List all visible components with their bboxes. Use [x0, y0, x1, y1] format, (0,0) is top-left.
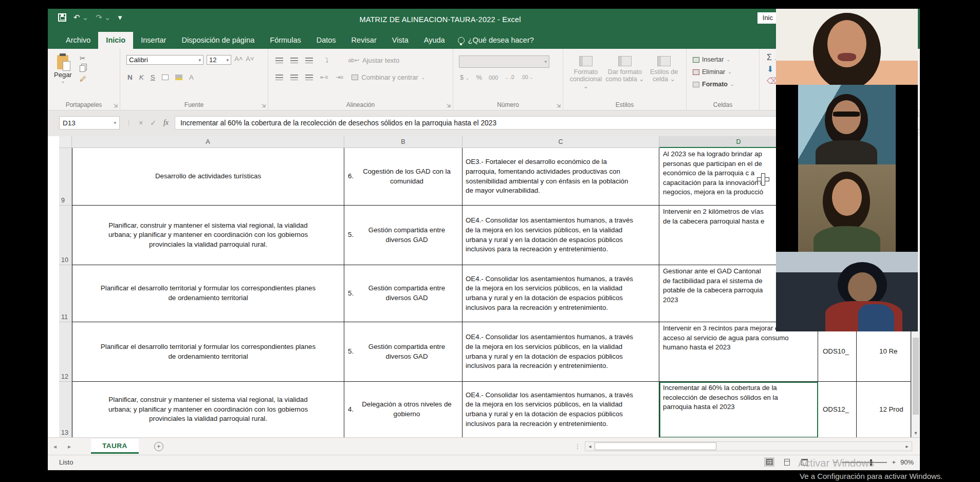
menu-tab-vista[interactable]: Vista — [384, 32, 416, 49]
cell-B13[interactable]: Delegación a otros niveles de gobierno4. — [344, 382, 463, 438]
percent-format-icon[interactable]: % — [476, 73, 482, 81]
cell-A9[interactable]: Desarrollo de actividades turísticas — [72, 148, 344, 206]
cell-C11[interactable]: OE4.- Consolidar los asentamientos human… — [463, 265, 659, 322]
sign-in-button[interactable]: Inic — [757, 12, 777, 24]
alignment-dialog-launcher[interactable]: ⇲ — [447, 103, 451, 108]
grow-font-icon[interactable]: A˄ — [234, 55, 243, 65]
cut-icon[interactable]: ✂ — [80, 54, 86, 63]
cancel-icon[interactable]: × — [139, 119, 143, 127]
vertical-scroll-thumb[interactable] — [913, 338, 919, 415]
column-header-A[interactable]: A — [72, 136, 344, 148]
copy-icon[interactable] — [80, 65, 85, 72]
cell-B12[interactable]: Gestión compartida entre diversos GAD5. — [344, 322, 463, 382]
format-as-table-button[interactable]: Dar formato como tabla ⌄ — [605, 56, 644, 90]
menu-tab-revisar[interactable]: Revisar — [344, 32, 384, 49]
normal-view-button[interactable] — [764, 457, 774, 467]
insert-function-icon[interactable]: fx — [163, 119, 169, 127]
decrease-indent-icon[interactable]: ⇤≡ — [320, 74, 328, 81]
align-top-icon[interactable] — [275, 58, 283, 63]
row-header-12[interactable]: 12 — [59, 322, 72, 382]
row-header-10[interactable]: 10 — [59, 206, 72, 265]
menu-tab-f-rmulas[interactable]: Fórmulas — [262, 32, 308, 49]
webcam-participant-3[interactable] — [776, 164, 918, 252]
tell-me-box[interactable]: ¿Qué desea hacer? — [453, 32, 539, 49]
cell-E13[interactable]: ODS12_ — [818, 382, 857, 438]
cell-A11[interactable]: Planificar el desarrollo territorial y f… — [72, 265, 344, 322]
number-format-combo[interactable]: ▾ — [459, 55, 549, 68]
insert-cells-button[interactable]: Insertar⌄ — [693, 55, 734, 64]
align-left-icon[interactable] — [275, 75, 283, 80]
horizontal-scrollbar[interactable]: ◂ ▸ — [585, 441, 912, 451]
font-size-combo[interactable]: 12▾ — [207, 55, 231, 65]
format-cells-button[interactable]: Formato⌄ — [693, 80, 734, 89]
webcam-participant-1[interactable] — [776, 9, 918, 85]
cell-B10[interactable]: Gestión compartida entre diversos GAD5. — [344, 206, 463, 265]
font-name-combo[interactable]: Calibri▾ — [126, 55, 204, 65]
row-header-11[interactable]: 11 — [59, 265, 72, 322]
sheet-tab-taura[interactable]: TAURA — [91, 439, 139, 454]
paste-button[interactable]: Pegar⌄ — [54, 55, 72, 84]
cell-C10[interactable]: OE4.- Consolidar los asentamientos human… — [463, 206, 659, 265]
orientation-icon[interactable]: ⤵ — [325, 57, 329, 64]
format-painter-icon[interactable]: 🖉 — [80, 75, 86, 83]
scroll-right-arrow[interactable]: ▸ — [903, 443, 911, 449]
decrease-decimal-icon[interactable]: .00→ — [521, 75, 533, 80]
cell-C13[interactable]: OE4.- Consolidar los asentamientos human… — [463, 382, 659, 438]
select-all-corner[interactable] — [59, 136, 72, 148]
cell-D13[interactable]: Incrementar al 60% la cobertura de la re… — [659, 382, 818, 438]
menu-tab-inicio[interactable]: Inicio — [98, 32, 133, 49]
cell-C9[interactable]: OE3.- Fortalecer el desarrollo económico… — [463, 148, 659, 206]
number-dialog-launcher[interactable]: ⇲ — [557, 103, 561, 108]
cell-A12[interactable]: Planificar el desarrollo territorial y f… — [72, 322, 344, 382]
currency-format-icon[interactable]: $ ⌄ — [460, 73, 469, 81]
zoom-level[interactable]: 90% — [900, 458, 914, 466]
name-box[interactable]: D13▾ — [59, 116, 120, 129]
column-header-C[interactable]: C — [463, 136, 659, 148]
sheet-prev-arrow[interactable]: ◂ — [48, 443, 62, 450]
increase-indent-icon[interactable]: ⇥≡ — [336, 74, 344, 81]
comma-format-icon[interactable]: 000 — [489, 75, 498, 81]
webcam-participant-2[interactable] — [776, 85, 918, 164]
align-right-icon[interactable] — [305, 75, 313, 80]
horizontal-scroll-thumb[interactable] — [595, 442, 716, 450]
shrink-font-icon[interactable]: A˅ — [246, 55, 254, 65]
row-header-9[interactable]: 9 — [59, 148, 72, 206]
italic-button[interactable]: K — [139, 73, 144, 81]
align-middle-icon[interactable] — [290, 58, 298, 63]
sheet-next-arrow[interactable]: ▸ — [62, 443, 77, 450]
scroll-left-arrow[interactable]: ◂ — [586, 443, 594, 449]
font-color-icon[interactable]: A — [189, 73, 194, 81]
namebox-splitter[interactable]: ⋮ — [126, 120, 132, 126]
menu-tab-ayuda[interactable]: Ayuda — [416, 32, 453, 49]
menu-tab-insertar[interactable]: Insertar — [133, 32, 174, 49]
cell-styles-button[interactable]: Estilos de celda ⌄ — [644, 56, 683, 90]
zoom-in-button[interactable]: + — [892, 458, 896, 466]
page-layout-view-button[interactable] — [782, 457, 792, 467]
new-sheet-button[interactable]: + — [154, 442, 163, 451]
cell-B9[interactable]: Cogestión de los GAD con la comunidad6. — [344, 148, 463, 206]
underline-button[interactable]: S — [151, 73, 155, 81]
conditional-formatting-button[interactable]: Formato condicional ⌄ — [566, 56, 605, 90]
align-center-icon[interactable] — [290, 75, 298, 80]
scroll-down-arrow[interactable]: ▼ — [912, 429, 920, 437]
wrap-text-button[interactable]: ab↩ Ajustar texto — [348, 57, 400, 64]
cell-C12[interactable]: OE4.- Consolidar los asentamientos human… — [463, 322, 659, 382]
cell-A13[interactable]: Planificar, construir y mantener el sist… — [72, 382, 344, 438]
menu-tab-datos[interactable]: Datos — [309, 32, 344, 49]
merge-center-button[interactable]: Combinar y centrar ⌄ — [352, 73, 425, 81]
bold-button[interactable]: N — [127, 73, 133, 81]
delete-cells-button[interactable]: Eliminar⌄ — [693, 67, 734, 77]
fill-color-icon[interactable] — [175, 75, 182, 80]
font-dialog-launcher[interactable]: ⇲ — [262, 103, 266, 108]
cell-F13[interactable]: 12 Prod — [857, 382, 911, 438]
clipboard-dialog-launcher[interactable]: ⇲ — [114, 103, 118, 108]
menu-tab-archivo[interactable]: Archivo — [58, 32, 98, 49]
menu-tab-disposici-n-de-p-gina[interactable]: Disposición de página — [174, 32, 262, 49]
column-header-B[interactable]: B — [344, 136, 463, 148]
cell-B11[interactable]: Gestión compartida entre diversos GAD5. — [344, 265, 463, 322]
enter-icon[interactable]: ✓ — [150, 119, 156, 127]
increase-decimal-icon[interactable]: ←.0 — [505, 75, 514, 80]
tab-splitter[interactable]: ⋮ — [575, 443, 581, 450]
row-header-13[interactable]: 13 — [59, 382, 72, 438]
borders-icon[interactable] — [162, 75, 169, 80]
